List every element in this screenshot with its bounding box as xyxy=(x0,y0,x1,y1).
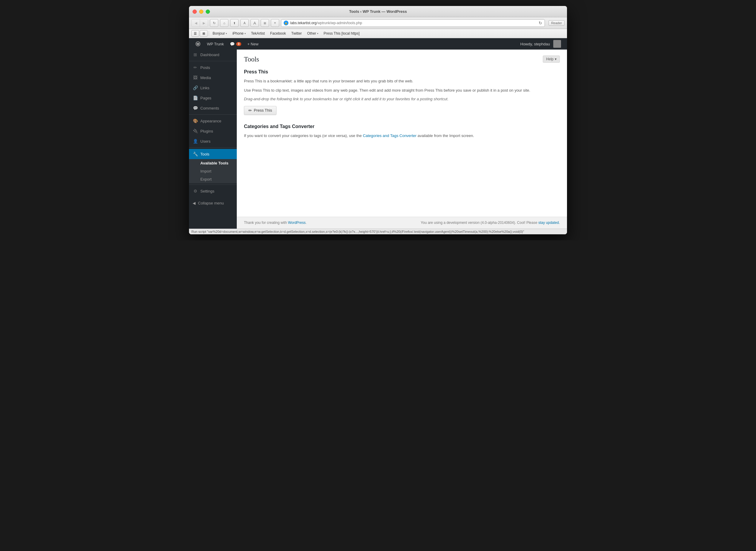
press-this-bookmark-label: Press This [local https] xyxy=(324,31,360,35)
bookmarks-list-icon[interactable]: ☰ xyxy=(192,30,199,37)
sidebar-plugins-label: Plugins xyxy=(201,129,213,133)
admin-bar-comments[interactable]: 💬 0 xyxy=(227,38,245,50)
links-icon: 🔗 xyxy=(193,85,198,90)
font-large-button[interactable]: A xyxy=(251,19,259,27)
sidebar-divider-3 xyxy=(189,147,237,148)
iphone-label: iPhone xyxy=(232,31,243,35)
reload-button[interactable]: ↻ xyxy=(210,19,218,27)
sidebar-subitem-available-tools[interactable]: Available Tools xyxy=(189,159,237,167)
stay-updated-label: stay updated. xyxy=(538,220,560,225)
wp-logo-item[interactable] xyxy=(192,38,204,50)
bookmark-button[interactable]: + xyxy=(271,19,279,27)
grid-icon[interactable]: ⊞ xyxy=(200,30,208,37)
sidebar-item-dashboard[interactable]: ⊞ Dashboard xyxy=(189,50,237,60)
share-button[interactable]: ⬆ xyxy=(230,19,239,27)
sidebar-item-plugins[interactable]: 🔌 Plugins xyxy=(189,126,237,136)
sidebar-subitem-export[interactable]: Export xyxy=(189,175,237,183)
posts-icon: ✏ xyxy=(193,65,198,70)
sidebar-users-label: Users xyxy=(201,139,211,143)
sidebar-divider-4 xyxy=(189,184,237,185)
home-button[interactable]: ⌂ xyxy=(220,19,229,27)
sidebar-tools-label: Tools xyxy=(201,152,209,156)
zoom-button[interactable]: ⊞ xyxy=(261,19,269,27)
stay-updated-link[interactable]: stay updated. xyxy=(538,220,560,225)
sidebar-item-posts[interactable]: ✏ Posts xyxy=(189,62,237,72)
categories-desc-before: If you want to convert your categories t… xyxy=(244,133,363,138)
tools-submenu: Available Tools Import Export xyxy=(189,159,237,183)
help-label: Help xyxy=(546,57,553,61)
help-button[interactable]: Help ▾ xyxy=(543,55,560,63)
categories-converter-link[interactable]: Categories and Tags Converter xyxy=(363,133,416,138)
comments-bubble-icon: 💬 xyxy=(230,42,235,46)
import-label: Import xyxy=(201,169,212,173)
footer-right: You are using a development version (4.0… xyxy=(421,220,560,225)
sidebar-comments-label: Comments xyxy=(201,106,219,110)
bookmark-other[interactable]: Other ▾ xyxy=(305,30,321,36)
admin-bar-new[interactable]: + New xyxy=(244,38,261,50)
font-small-button[interactable]: A xyxy=(240,19,249,27)
footer-version-text: You are using a development version (4.0… xyxy=(421,220,538,225)
sidebar-settings-label: Settings xyxy=(201,189,215,193)
available-tools-label: Available Tools xyxy=(201,161,229,165)
sidebar-item-comments[interactable]: 💬 Comments xyxy=(189,103,237,113)
categories-section-title: Categories and Tags Converter xyxy=(244,124,560,129)
reader-button[interactable]: Reader xyxy=(548,20,564,26)
sidebar: ⊞ Dashboard ✏ Posts 🖼 Media 🔗 Links � xyxy=(189,50,237,228)
press-this-italic: Drag-and-drop the following link to your… xyxy=(244,97,560,101)
address-bar[interactable]: 🔒 labs.tekartist.org/wptrunk/wp-admin/to… xyxy=(281,19,545,27)
sidebar-item-users[interactable]: 👤 Users xyxy=(189,136,237,146)
wp-logo-icon xyxy=(195,41,201,47)
url-domain: labs.tekartist.org xyxy=(290,21,317,25)
main-content: Help ▾ Tools Press This Press This is a … xyxy=(237,50,567,228)
nav-buttons: ◀ ▶ xyxy=(192,19,208,27)
sidebar-item-links[interactable]: 🔗 Links xyxy=(189,83,237,93)
bookmark-press-this[interactable]: Press This [local https] xyxy=(321,30,362,36)
mac-window-controls xyxy=(193,10,210,14)
footer-wordpress-link[interactable]: WordPress xyxy=(288,220,306,225)
wp-admin-layout: ⊞ Dashboard ✏ Posts 🖼 Media 🔗 Links � xyxy=(189,50,567,228)
sidebar-pages-label: Pages xyxy=(201,96,212,100)
bookmark-tekartist[interactable]: TekArtist xyxy=(249,30,267,36)
back-button[interactable]: ◀ xyxy=(192,19,200,27)
bookmark-facebook[interactable]: Facebook xyxy=(268,30,289,36)
bookmark-bonjour[interactable]: Bonjour ▾ xyxy=(210,30,229,36)
press-this-btn-icon: ✏ xyxy=(249,108,252,113)
user-avatar xyxy=(553,40,561,48)
bookmark-iphone[interactable]: iPhone ▾ xyxy=(230,30,248,36)
status-bar-text: Run script "var%20d=document,w=window,e=… xyxy=(192,230,524,233)
categories-desc-after: available from the Import screen. xyxy=(416,133,474,138)
sidebar-item-media[interactable]: 🖼 Media xyxy=(189,72,237,83)
window-minimize-button[interactable] xyxy=(199,10,203,14)
content-wrap: Help ▾ Tools Press This Press This is a … xyxy=(237,50,567,217)
sidebar-item-tools[interactable]: 🔧 Tools xyxy=(189,149,237,159)
window-maximize-button[interactable] xyxy=(206,10,210,14)
admin-bar-user[interactable]: Howdy, stephdau xyxy=(517,38,564,50)
sidebar-menu: ⊞ Dashboard ✏ Posts 🖼 Media 🔗 Links � xyxy=(189,50,237,196)
dashboard-icon: ⊞ xyxy=(193,52,198,57)
browser-toolbar: ◀ ▶ ↻ ⌂ ⬆ A A ⊞ + 🔒 labs.tekartist.org/w… xyxy=(189,17,567,29)
collapse-menu-item[interactable]: ◀ Collapse menu xyxy=(189,198,237,208)
plugins-icon: 🔌 xyxy=(193,128,198,134)
sidebar-links-label: Links xyxy=(201,86,209,90)
tools-icon: 🔧 xyxy=(193,151,198,157)
forward-button[interactable]: ▶ xyxy=(200,19,208,27)
admin-bar-site[interactable]: WP Trunk xyxy=(204,38,227,50)
window-close-button[interactable] xyxy=(193,10,197,14)
iphone-arrow: ▾ xyxy=(245,32,246,35)
sidebar-item-settings[interactable]: ⚙ Settings xyxy=(189,186,237,196)
footer-left: Thank you for creating with WordPress. xyxy=(244,220,307,225)
address-reload-icon[interactable]: ↻ xyxy=(538,21,542,25)
categories-section: Categories and Tags Converter If you wan… xyxy=(244,124,560,139)
facebook-label: Facebook xyxy=(270,31,286,35)
press-this-btn-label: Press This xyxy=(254,108,272,112)
sidebar-item-appearance[interactable]: 🎨 Appearance xyxy=(189,116,237,126)
page-title: Tools xyxy=(244,55,560,63)
sidebar-subitem-import[interactable]: Import xyxy=(189,167,237,175)
comments-badge: 0 xyxy=(236,42,242,46)
bookmark-twitter[interactable]: Twitter xyxy=(289,30,304,36)
press-this-bookmarklet-button[interactable]: ✏ Press This xyxy=(244,106,277,115)
export-label: Export xyxy=(201,177,212,181)
url-path: /wptrunk/wp-admin/tools.php xyxy=(317,21,362,25)
sidebar-item-pages[interactable]: 📄 Pages xyxy=(189,93,237,103)
window-title: Tools ‹ WP Trunk — WordPress xyxy=(349,9,407,14)
